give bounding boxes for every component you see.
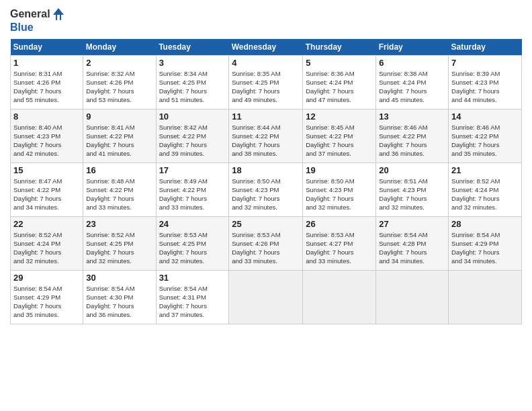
day-number: 14 (451, 111, 519, 122)
day-number: 19 (306, 165, 373, 175)
day-number: 31 (159, 273, 226, 283)
day-number: 28 (451, 219, 519, 229)
calendar-table: SundayMondayTuesdayWednesdayThursdayFrid… (10, 39, 522, 324)
calendar-cell: 12Sunrise: 8:45 AM Sunset: 4:22 PM Dayli… (303, 109, 376, 163)
day-info: Sunrise: 8:52 AM Sunset: 4:24 PM Dayligh… (13, 230, 80, 266)
day-number: 8 (13, 111, 80, 122)
day-info: Sunrise: 8:44 AM Sunset: 4:22 PM Dayligh… (232, 123, 300, 158)
calendar-cell: 30Sunrise: 8:54 AM Sunset: 4:30 PM Dayli… (83, 270, 156, 324)
day-info: Sunrise: 8:53 AM Sunset: 4:25 PM Dayligh… (159, 230, 226, 266)
day-number: 1 (13, 58, 80, 68)
logo-general: General (10, 8, 50, 20)
calendar-cell: 4Sunrise: 8:35 AM Sunset: 4:25 PM Daylig… (229, 55, 303, 109)
day-number: 17 (159, 165, 226, 175)
day-number: 7 (451, 58, 519, 68)
day-info: Sunrise: 8:53 AM Sunset: 4:26 PM Dayligh… (232, 230, 300, 266)
calendar-cell: 1Sunrise: 8:31 AM Sunset: 4:26 PM Daylig… (11, 55, 83, 109)
day-info: Sunrise: 8:54 AM Sunset: 4:29 PM Dayligh… (13, 284, 80, 320)
calendar-cell: 2Sunrise: 8:32 AM Sunset: 4:26 PM Daylig… (83, 55, 156, 109)
day-info: Sunrise: 8:50 AM Sunset: 4:23 PM Dayligh… (232, 177, 300, 212)
calendar-cell: 29Sunrise: 8:54 AM Sunset: 4:29 PM Dayli… (11, 270, 83, 324)
day-number: 4 (232, 58, 300, 68)
day-number: 27 (379, 219, 445, 229)
day-info: Sunrise: 8:51 AM Sunset: 4:23 PM Dayligh… (379, 177, 445, 212)
calendar-cell: 9Sunrise: 8:41 AM Sunset: 4:22 PM Daylig… (83, 109, 156, 163)
calendar-week-2: 8Sunrise: 8:40 AM Sunset: 4:23 PM Daylig… (11, 109, 522, 163)
calendar-cell (376, 270, 449, 324)
day-number: 15 (13, 165, 80, 175)
logo: General Blue (10, 7, 65, 34)
day-info: Sunrise: 8:49 AM Sunset: 4:22 PM Dayligh… (159, 177, 226, 212)
logo-blue: Blue (10, 21, 65, 34)
day-info: Sunrise: 8:46 AM Sunset: 4:22 PM Dayligh… (451, 123, 519, 158)
day-info: Sunrise: 8:38 AM Sunset: 4:24 PM Dayligh… (379, 69, 445, 105)
calendar-cell: 26Sunrise: 8:53 AM Sunset: 4:27 PM Dayli… (303, 216, 376, 270)
day-info: Sunrise: 8:34 AM Sunset: 4:25 PM Dayligh… (159, 69, 226, 105)
day-number: 22 (13, 219, 80, 229)
day-info: Sunrise: 8:54 AM Sunset: 4:29 PM Dayligh… (451, 230, 519, 266)
calendar-cell: 19Sunrise: 8:50 AM Sunset: 4:23 PM Dayli… (303, 163, 376, 216)
weekday-header-thursday: Thursday (303, 39, 376, 56)
day-number: 25 (232, 219, 300, 229)
day-number: 23 (86, 219, 152, 229)
weekday-header-friday: Friday (376, 39, 449, 56)
calendar-cell: 7Sunrise: 8:39 AM Sunset: 4:23 PM Daylig… (449, 55, 522, 109)
day-number: 2 (86, 58, 152, 68)
calendar-cell (229, 270, 303, 324)
day-info: Sunrise: 8:47 AM Sunset: 4:22 PM Dayligh… (13, 177, 80, 212)
day-number: 3 (159, 58, 226, 68)
day-info: Sunrise: 8:48 AM Sunset: 4:22 PM Dayligh… (86, 177, 152, 212)
calendar-week-1: 1Sunrise: 8:31 AM Sunset: 4:26 PM Daylig… (11, 55, 522, 109)
day-info: Sunrise: 8:35 AM Sunset: 4:25 PM Dayligh… (232, 69, 300, 105)
calendar-cell: 23Sunrise: 8:52 AM Sunset: 4:25 PM Dayli… (83, 216, 156, 270)
day-info: Sunrise: 8:53 AM Sunset: 4:27 PM Dayligh… (306, 230, 373, 266)
calendar-cell: 13Sunrise: 8:46 AM Sunset: 4:22 PM Dayli… (376, 109, 449, 163)
day-info: Sunrise: 8:45 AM Sunset: 4:22 PM Dayligh… (306, 123, 373, 158)
calendar-week-4: 22Sunrise: 8:52 AM Sunset: 4:24 PM Dayli… (11, 216, 522, 270)
day-info: Sunrise: 8:54 AM Sunset: 4:31 PM Dayligh… (159, 284, 226, 320)
calendar-week-5: 29Sunrise: 8:54 AM Sunset: 4:29 PM Dayli… (11, 270, 522, 324)
calendar-cell: 3Sunrise: 8:34 AM Sunset: 4:25 PM Daylig… (156, 55, 229, 109)
day-number: 30 (86, 273, 152, 283)
logo-text: General Blue (10, 7, 65, 34)
calendar-cell: 8Sunrise: 8:40 AM Sunset: 4:23 PM Daylig… (11, 109, 83, 163)
day-number: 16 (86, 165, 152, 175)
svg-marker-0 (53, 8, 64, 20)
day-number: 12 (306, 111, 373, 122)
calendar-body: 1Sunrise: 8:31 AM Sunset: 4:26 PM Daylig… (11, 55, 522, 324)
calendar-cell: 25Sunrise: 8:53 AM Sunset: 4:26 PM Dayli… (229, 216, 303, 270)
day-info: Sunrise: 8:52 AM Sunset: 4:25 PM Dayligh… (86, 230, 152, 266)
day-info: Sunrise: 8:42 AM Sunset: 4:22 PM Dayligh… (159, 123, 226, 158)
calendar-cell (449, 270, 522, 324)
day-number: 18 (232, 165, 300, 175)
day-info: Sunrise: 8:31 AM Sunset: 4:26 PM Dayligh… (13, 69, 80, 105)
day-number: 5 (306, 58, 373, 68)
calendar-cell: 17Sunrise: 8:49 AM Sunset: 4:22 PM Dayli… (156, 163, 229, 216)
weekday-header-wednesday: Wednesday (229, 39, 303, 56)
calendar-cell: 5Sunrise: 8:36 AM Sunset: 4:24 PM Daylig… (303, 55, 376, 109)
page-header: General Blue (10, 7, 522, 34)
calendar-cell: 28Sunrise: 8:54 AM Sunset: 4:29 PM Dayli… (449, 216, 522, 270)
calendar-header-row: SundayMondayTuesdayWednesdayThursdayFrid… (11, 39, 522, 56)
day-info: Sunrise: 8:50 AM Sunset: 4:23 PM Dayligh… (306, 177, 373, 212)
weekday-header-tuesday: Tuesday (156, 39, 229, 56)
day-number: 29 (13, 273, 80, 283)
calendar-cell: 11Sunrise: 8:44 AM Sunset: 4:22 PM Dayli… (229, 109, 303, 163)
calendar-cell: 21Sunrise: 8:52 AM Sunset: 4:24 PM Dayli… (449, 163, 522, 216)
day-number: 21 (451, 165, 519, 175)
day-number: 11 (232, 111, 300, 122)
page-container: General Blue SundayMondayTuesdayWednesda… (0, 0, 532, 331)
calendar-cell: 31Sunrise: 8:54 AM Sunset: 4:31 PM Dayli… (156, 270, 229, 324)
calendar-cell: 24Sunrise: 8:53 AM Sunset: 4:25 PM Dayli… (156, 216, 229, 270)
day-info: Sunrise: 8:54 AM Sunset: 4:28 PM Dayligh… (379, 230, 445, 266)
calendar-cell: 6Sunrise: 8:38 AM Sunset: 4:24 PM Daylig… (376, 55, 449, 109)
calendar-cell: 20Sunrise: 8:51 AM Sunset: 4:23 PM Dayli… (376, 163, 449, 216)
day-info: Sunrise: 8:41 AM Sunset: 4:22 PM Dayligh… (86, 123, 152, 158)
day-number: 24 (159, 219, 226, 229)
day-number: 13 (379, 111, 445, 122)
calendar-cell: 14Sunrise: 8:46 AM Sunset: 4:22 PM Dayli… (449, 109, 522, 163)
calendar-cell: 16Sunrise: 8:48 AM Sunset: 4:22 PM Dayli… (83, 163, 156, 216)
day-number: 10 (159, 111, 226, 122)
calendar-cell: 15Sunrise: 8:47 AM Sunset: 4:22 PM Dayli… (11, 163, 83, 216)
day-info: Sunrise: 8:54 AM Sunset: 4:30 PM Dayligh… (86, 284, 152, 320)
